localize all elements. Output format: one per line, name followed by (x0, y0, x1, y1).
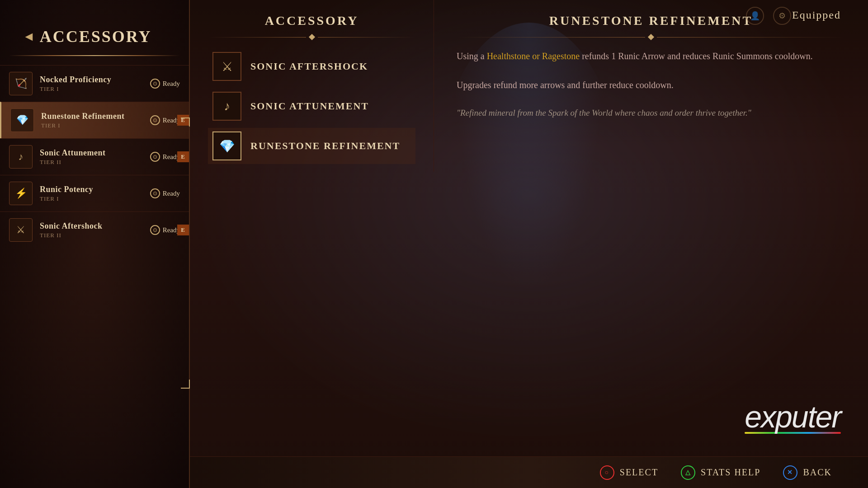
accessory-header: ◄ ACCESSORY (0, 0, 189, 55)
ready-label-runic: Ready (163, 190, 180, 197)
skill-item-nocked-proficiency[interactable]: 🏹 Nocked Proficiency TIER I ⊙ Ready (0, 65, 189, 102)
select-button[interactable]: ○ SELECT (600, 465, 658, 480)
accessory-item-sonic-aftershock[interactable]: ⚔ SONIC AFTERSHOCK (208, 48, 415, 84)
accessory-items-list: ⚔ SONIC AFTERSHOCK ♪ SONIC ATTUNEMENT 💎 … (208, 48, 415, 164)
description-upgrade: Upgrades refund more arrows and further … (457, 77, 845, 93)
ready-icon-runic: ⊙ (150, 188, 160, 198)
skill-item-sonic-aftershock[interactable]: ⚔ Sonic Aftershock TIER II ⊙ Ready E (0, 211, 189, 248)
skill-icon-runic: ⚡ (9, 182, 33, 205)
skill-status-aftershock: ⊙ Ready (150, 225, 180, 235)
skill-tier-aftershock: TIER II (40, 232, 150, 239)
skill-item-runestone-refinement[interactable]: 💎 Runestone Refinement TIER I ⊙ Ready E (0, 102, 189, 138)
acc-icon-sonic-attunement: ♪ (212, 92, 241, 121)
ready-icon-sonic-att: ⊙ (150, 152, 160, 162)
equipped-badge-sonic-att: E (177, 151, 189, 162)
back-button[interactable]: ✕ BACK (783, 465, 832, 480)
skill-tier-nocked: TIER I (40, 85, 150, 93)
acc-name-sonic-attunement: SONIC ATTUNEMENT (250, 100, 369, 112)
settings-icon: ⚙ (773, 7, 791, 25)
acc-name-runestone-refinement: RUNESTONE REFINEMENT (250, 140, 400, 152)
exputer-watermark: exputer (745, 399, 841, 434)
acc-icon-runestone-refinement: 💎 (212, 131, 241, 160)
desc-after-highlight: refunds 1 Runic Arrow and reduces Runic … (580, 51, 812, 61)
description-quote: "Refined mineral from the Spark of the W… (457, 106, 845, 120)
chevron-left-icon: ◄ (23, 29, 35, 44)
skill-name-runestone: Runestone Refinement (41, 112, 150, 121)
acc-icon-sonic-aftershock: ⚔ (212, 52, 241, 81)
skill-tier-sonic-att: TIER II (40, 159, 150, 166)
skill-status-runic: ⊙ Ready (150, 188, 180, 198)
skill-icon-aftershock: ⚔ (9, 218, 33, 242)
skill-info-runic: Runic Potency TIER I (40, 185, 150, 202)
right-panel: Equipped 👤 ⚙ ACCESSORY ⚔ SONIC AFTERSHOC… (190, 0, 868, 488)
skill-item-runic-potency[interactable]: ⚡ Runic Potency TIER I ⊙ Ready (0, 175, 189, 211)
equipped-badge-aftershock: E (177, 225, 189, 235)
desc-before-highlight: Using a (457, 51, 487, 61)
exputer-logo-text: exputer (745, 399, 841, 434)
acc-name-sonic-aftershock: SONIC AFTERSHOCK (250, 61, 368, 72)
divider-line-left (208, 37, 306, 38)
select-button-label: SELECT (620, 467, 658, 478)
skill-status-sonic-att: ⊙ Ready (150, 152, 180, 162)
ready-icon-aftershock: ⊙ (150, 225, 160, 235)
skill-info-aftershock: Sonic Aftershock TIER II (40, 221, 150, 239)
description-body: Using a Healthstone or Ragestone refunds… (457, 48, 845, 64)
back-button-icon: ✕ (783, 465, 797, 480)
bottom-bar: ○ SELECT △ STATS HELP ✕ BACK (190, 456, 868, 488)
right-top-content: ACCESSORY ⚔ SONIC AFTERSHOCK ♪ SONIC ATT… (190, 0, 868, 172)
ready-icon-nocked: ⊙ (150, 79, 160, 89)
skill-status-nocked: ⊙ Ready (150, 79, 180, 89)
header-icons: 👤 ⚙ (746, 7, 791, 25)
skill-info-runestone: Runestone Refinement TIER I (41, 112, 150, 129)
corner-decoration-top (181, 117, 190, 127)
accessory-item-runestone-refinement[interactable]: 💎 RUNESTONE REFINEMENT (208, 128, 415, 164)
main-container: ◄ ACCESSORY 🏹 Nocked Proficiency TIER I … (0, 0, 868, 488)
skill-list: 🏹 Nocked Proficiency TIER I ⊙ Ready 💎 Ru… (0, 65, 189, 488)
skill-name-aftershock: Sonic Aftershock (40, 221, 150, 231)
skill-status-runestone: ⊙ Ready (150, 115, 180, 125)
stats-help-button[interactable]: △ STATS HELP (681, 465, 760, 480)
equipped-label: Equipped (792, 9, 841, 21)
skill-icon-runestone: 💎 (10, 108, 34, 132)
skill-info-sonic-att: Sonic Attunement TIER II (40, 148, 150, 166)
ready-label-nocked: Ready (163, 80, 180, 88)
description-column: RUNESTONE REFINEMENT Using a Healthstone… (434, 0, 868, 172)
divider-line-right (318, 37, 416, 38)
skill-icon-nocked: 🏹 (9, 72, 33, 95)
skill-tier-runestone: TIER I (41, 122, 150, 129)
accessory-column-header: ACCESSORY (208, 14, 415, 28)
stats-help-button-label: STATS HELP (701, 467, 760, 478)
skill-name-sonic-att: Sonic Attunement (40, 148, 150, 158)
header-divider (9, 55, 180, 56)
desc-divider (457, 35, 845, 39)
left-panel-title: ACCESSORY (40, 27, 152, 46)
accessory-item-sonic-attunement[interactable]: ♪ SONIC ATTUNEMENT (208, 88, 415, 124)
desc-divider-line-right (657, 37, 845, 38)
desc-divider-line-left (457, 37, 645, 38)
skill-info-nocked: Nocked Proficiency TIER I (40, 75, 150, 93)
desc-highlight: Healthstone or Ragestone (487, 51, 580, 61)
skill-tier-runic: TIER I (40, 195, 150, 202)
ready-icon-runestone: ⊙ (150, 115, 160, 125)
skill-icon-sonic-att: ♪ (9, 145, 33, 169)
skill-item-sonic-attunement[interactable]: ♪ Sonic Attunement TIER II ⊙ Ready E (0, 138, 189, 175)
accessory-column: ACCESSORY ⚔ SONIC AFTERSHOCK ♪ SONIC ATT… (190, 0, 434, 172)
divider-diamond (308, 34, 315, 40)
back-button-label: BACK (803, 467, 832, 478)
profile-icon: 👤 (746, 7, 764, 25)
skill-name-nocked: Nocked Proficiency (40, 75, 150, 84)
skill-name-runic: Runic Potency (40, 185, 150, 194)
left-panel: ◄ ACCESSORY 🏹 Nocked Proficiency TIER I … (0, 0, 190, 488)
corner-decoration-bottom (181, 380, 190, 389)
desc-divider-diamond (648, 34, 654, 40)
select-button-icon: ○ (600, 465, 614, 480)
accessory-divider (208, 35, 415, 39)
stats-help-button-icon: △ (681, 465, 695, 480)
